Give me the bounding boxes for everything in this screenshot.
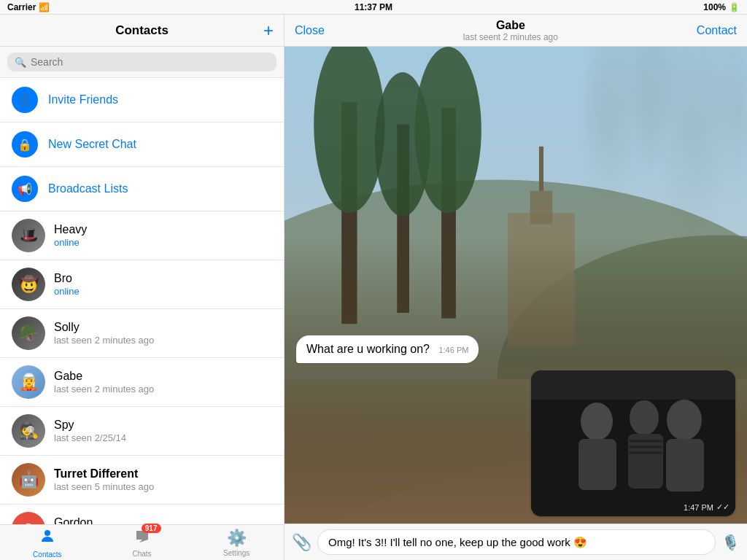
contact-name-bro: Bro — [54, 272, 272, 285]
microphone-icon[interactable]: 🎙️ — [721, 534, 740, 551]
contacts-header: Contacts + — [0, 15, 284, 47]
new-secret-chat-label: New Secret Chat — [48, 138, 136, 151]
search-bar: 🔍 — [0, 47, 284, 78]
svg-point-14 — [415, 47, 481, 213]
message-outgoing-image: 1:47 PM ✓✓ — [531, 370, 735, 516]
chat-contact-name: Gabe — [463, 19, 558, 32]
svg-rect-29 — [531, 370, 735, 400]
contact-button[interactable]: Contact — [697, 24, 737, 37]
contact-item-gordon[interactable]: G Gordon last seen 10/10/07 — [0, 505, 284, 524]
avatar-heavy: 🎩 — [12, 219, 45, 252]
contact-name-spy: Spy — [54, 419, 272, 432]
contact-status-spy: last seen 2/25/14 — [54, 432, 272, 443]
image-message-time: 1:47 PM ✓✓ — [684, 502, 729, 512]
contact-status-gabe: last seen 2 minutes ago — [54, 384, 272, 394]
chat-contact-status: last seent 2 minutes ago — [463, 32, 558, 42]
contact-item-spy[interactable]: 🕵️ Spy last seen 2/25/14 — [0, 407, 284, 456]
chat-text-input[interactable] — [317, 529, 716, 555]
right-panel: Close Gabe last seent 2 minutes ago Cont… — [285, 15, 747, 560]
carrier-label: Carrier — [7, 2, 36, 12]
tab-chats[interactable]: 917 Chats — [95, 528, 190, 558]
message-text: What are u working on? — [306, 343, 430, 355]
search-icon: 🔍 — [15, 57, 26, 68]
contact-status-bro: online — [54, 286, 272, 297]
attachment-icon[interactable]: 📎 — [292, 533, 311, 552]
svg-rect-15 — [508, 213, 574, 346]
contact-item-heavy[interactable]: 🎩 Heavy online — [0, 211, 284, 260]
contact-name-turret: Turret Different — [54, 467, 272, 481]
tab-contacts-label: Contacts — [33, 551, 61, 559]
messages-area: What are u working on? 1:46 PM — [285, 328, 747, 524]
chat-contact-info: Gabe last seent 2 minutes ago — [463, 19, 558, 42]
contact-item-turret[interactable]: 🤖 Turret Different last seen 5 minutes a… — [0, 456, 284, 505]
contact-status-solly: last seen 2 minutes ago — [54, 335, 272, 346]
chat-header: Close Gabe last seent 2 minutes ago Cont… — [285, 15, 747, 47]
invite-friends-label: Invite Friends — [48, 93, 118, 106]
contact-item-bro[interactable]: 🤠 Bro online — [0, 260, 284, 309]
new-secret-chat-icon: 🔒 — [12, 131, 38, 158]
broadcast-lists-icon: 📢 — [12, 176, 38, 202]
svg-rect-16 — [530, 191, 552, 225]
broadcast-lists-label: Broadcast Lists — [48, 182, 128, 195]
checkmarks-icon: ✓✓ — [716, 502, 729, 512]
svg-point-0 — [44, 530, 50, 536]
contact-name-heavy: Heavy — [54, 223, 272, 236]
avatar-turret: 🤖 — [12, 463, 45, 497]
contact-status-turret: last seen 5 minutes ago — [54, 481, 272, 492]
tab-bar: Contacts 917 Chats ⚙️ Settings — [0, 524, 284, 560]
contact-item-solly[interactable]: 🪖 Solly last seen 2 minutes ago — [0, 309, 284, 358]
add-contact-button[interactable]: + — [263, 22, 274, 39]
avatar-gabe: 🧝 — [12, 365, 45, 399]
status-bar: Carrier 📶 11:37 PM 100% 🔋 — [0, 0, 747, 15]
contact-name-gordon: Gordon — [54, 516, 272, 524]
broadcast-lists-item[interactable]: 📢 Broadcast Lists — [0, 167, 284, 211]
contact-item-gabe[interactable]: 🧝 Gabe last seen 2 minutes ago — [0, 358, 284, 407]
contact-status-heavy: online — [54, 237, 272, 248]
close-button[interactable]: Close — [295, 24, 325, 37]
carrier-info: Carrier 📶 — [7, 2, 50, 12]
battery-icon: 🔋 — [729, 2, 740, 12]
tab-settings[interactable]: ⚙️ Settings — [189, 529, 284, 557]
chats-badge: 917 — [142, 524, 161, 533]
avatar-spy: 🕵️ — [12, 414, 45, 448]
battery-label: 100% — [703, 2, 726, 12]
avatar-solly: 🪖 — [12, 316, 45, 350]
invite-friends-icon: 👤 — [12, 87, 38, 113]
contacts-list: 👤 Invite Friends 🔒 New Secret Chat 📢 Bro… — [0, 78, 284, 524]
search-input[interactable] — [31, 56, 269, 68]
message-incoming: What are u working on? 1:46 PM — [296, 335, 479, 363]
new-secret-chat-item[interactable]: 🔒 New Secret Chat — [0, 122, 284, 167]
contact-name-gabe: Gabe — [54, 370, 272, 383]
avatar-gordon: G — [12, 512, 45, 524]
battery-info: 100% 🔋 — [703, 2, 740, 12]
avatar-bro: 🤠 — [12, 268, 45, 301]
contact-name-solly: Solly — [54, 321, 272, 334]
message-time: 1:46 PM — [438, 346, 468, 354]
contacts-title: Contacts — [115, 23, 169, 38]
tab-contacts[interactable]: Contacts — [0, 527, 95, 559]
tab-chats-label: Chats — [132, 550, 151, 558]
chat-body: What are u working on? 1:46 PM — [285, 47, 747, 524]
invite-friends-item[interactable]: 👤 Invite Friends — [0, 78, 284, 122]
chat-input-area: 📎 🎙️ — [285, 524, 747, 560]
left-panel: Contacts + 🔍 👤 Invite Friends 🔒 New Secr… — [0, 15, 285, 560]
status-time: 11:37 PM — [355, 2, 392, 12]
wifi-icon: 📶 — [39, 2, 50, 12]
tab-settings-label: Settings — [223, 549, 249, 557]
